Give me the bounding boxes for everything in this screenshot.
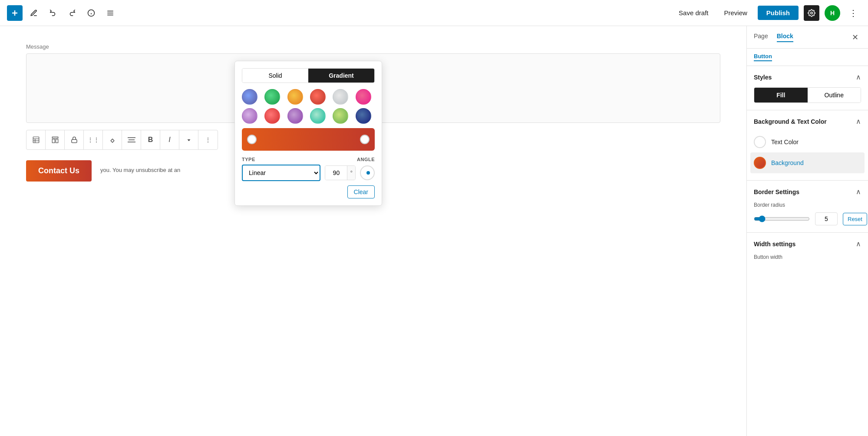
- breadcrumb-button[interactable]: Button: [754, 53, 772, 61]
- solid-tab[interactable]: Solid: [242, 69, 308, 83]
- align-icon[interactable]: [122, 130, 141, 149]
- background-color-row: Background: [750, 152, 865, 173]
- angle-input[interactable]: [325, 166, 347, 180]
- message-label: Message: [26, 43, 720, 50]
- border-settings-section: Border Settings ∧ Border radius Reset: [747, 181, 868, 233]
- layout-icon[interactable]: [46, 130, 65, 149]
- border-settings-header[interactable]: Border Settings ∧: [754, 188, 861, 196]
- move-icon[interactable]: [103, 130, 122, 149]
- swatch-deep-purple[interactable]: [287, 108, 303, 124]
- swatch-pink[interactable]: [356, 89, 371, 105]
- add-block-button[interactable]: [7, 5, 23, 21]
- tab-block[interactable]: Block: [777, 33, 793, 42]
- swatch-purple-blue[interactable]: [242, 89, 257, 105]
- border-radius-input[interactable]: [815, 212, 838, 225]
- editor-area: Message ⋮⋮ B I ⋮: [0, 26, 746, 436]
- picker-tabs: Solid Gradient: [242, 68, 375, 83]
- angle-label: ANGLE: [357, 157, 375, 162]
- angle-circle-button[interactable]: [360, 165, 375, 180]
- styles-chevron-icon: ∧: [856, 73, 861, 81]
- swatch-green[interactable]: [264, 89, 280, 105]
- more-options-button[interactable]: ⋮: [845, 5, 861, 21]
- button-width-label: Button width: [754, 254, 861, 260]
- width-settings-section: Width settings ∧ Button width: [747, 233, 868, 271]
- styles-title: Styles: [754, 74, 772, 81]
- styles-section: Styles ∧ Fill Outline: [747, 66, 868, 110]
- width-settings-header[interactable]: Width settings ∧: [754, 240, 861, 248]
- user-avatar[interactable]: H: [825, 5, 840, 21]
- more-text-button[interactable]: [179, 130, 198, 149]
- bold-button[interactable]: B: [141, 130, 160, 149]
- type-label: TYPE: [242, 157, 255, 162]
- list-view-button[interactable]: [102, 5, 118, 21]
- sidebar-breadcrumb: Button: [747, 49, 868, 66]
- topbar-right: Save draft Preview Publish H ⋮: [673, 5, 861, 21]
- redo-button[interactable]: [64, 5, 80, 21]
- info-button[interactable]: [83, 5, 99, 21]
- block-toolbar: ⋮⋮ B I ⋮: [26, 130, 218, 150]
- svg-rect-9: [33, 137, 39, 143]
- settings-button[interactable]: [804, 5, 819, 21]
- swatch-light-purple[interactable]: [242, 108, 257, 124]
- bg-text-color-section: Background & Text Color ∧ Text Color Bac…: [747, 110, 868, 181]
- width-settings-chevron-icon: ∧: [856, 240, 861, 248]
- toolbar-more-button[interactable]: ⋮: [198, 130, 218, 149]
- svg-rect-13: [52, 137, 58, 138]
- picker-controls: Linear °: [242, 165, 375, 181]
- text-color-row: Text Color: [754, 132, 861, 152]
- border-radius-slider[interactable]: [754, 215, 810, 222]
- gradient-handle-right[interactable]: [360, 135, 370, 144]
- swatch-red[interactable]: [310, 89, 326, 105]
- gradient-tab[interactable]: Gradient: [308, 69, 374, 83]
- bg-text-color-header[interactable]: Background & Text Color ∧: [754, 117, 861, 126]
- main-layout: Message ⋮⋮ B I ⋮: [0, 26, 868, 436]
- sidebar-tabs: Page Block ✕: [747, 26, 868, 49]
- picker-footer: Clear: [242, 185, 375, 198]
- gradient-picker-popup: Solid Gradient: [234, 61, 382, 206]
- svg-point-8: [811, 12, 813, 14]
- swatch-light-green[interactable]: [333, 108, 348, 124]
- text-color-swatch[interactable]: [754, 136, 766, 148]
- swatch-mint[interactable]: [310, 108, 326, 124]
- pen-tool-button[interactable]: [26, 5, 42, 21]
- outline-style-button[interactable]: Outline: [808, 88, 861, 102]
- lock-icon[interactable]: [65, 130, 84, 149]
- unsubscribe-text: you. You may unsubscribe at an: [100, 167, 180, 173]
- swatch-orange[interactable]: [287, 89, 303, 105]
- italic-button[interactable]: I: [160, 130, 179, 149]
- background-color-swatch[interactable]: [754, 157, 766, 169]
- width-settings-title: Width settings: [754, 241, 795, 248]
- bg-text-color-title: Background & Text Color: [754, 118, 827, 125]
- background-color-label[interactable]: Background: [771, 159, 804, 166]
- swatch-light-gray[interactable]: [333, 89, 348, 105]
- color-swatches: [242, 89, 375, 124]
- svg-rect-14: [52, 139, 55, 143]
- angle-input-wrap: °: [325, 165, 356, 180]
- contact-us-button[interactable]: Contact Us: [26, 160, 92, 182]
- swatch-dark-blue[interactable]: [356, 108, 371, 124]
- gradient-preview-bar[interactable]: [242, 128, 375, 151]
- styles-section-header[interactable]: Styles ∧: [754, 73, 861, 81]
- table-icon[interactable]: [26, 130, 46, 149]
- svg-rect-15: [56, 139, 58, 143]
- swatch-bright-red[interactable]: [264, 108, 280, 124]
- fill-style-button[interactable]: Fill: [754, 88, 808, 102]
- gradient-type-select[interactable]: Linear: [242, 165, 320, 181]
- undo-button[interactable]: [45, 5, 61, 21]
- close-sidebar-button[interactable]: ✕: [849, 31, 861, 43]
- svg-rect-16: [72, 139, 77, 142]
- border-settings-title: Border Settings: [754, 188, 799, 195]
- drag-handle-icon[interactable]: ⋮⋮: [84, 130, 103, 149]
- preview-button[interactable]: Preview: [719, 7, 752, 19]
- reset-border-button[interactable]: Reset: [843, 213, 867, 225]
- tab-page[interactable]: Page: [754, 33, 768, 42]
- border-radius-label: Border radius: [754, 202, 861, 208]
- save-draft-button[interactable]: Save draft: [673, 7, 713, 19]
- text-color-label[interactable]: Text Color: [771, 139, 799, 145]
- style-buttons-group: Fill Outline: [754, 87, 861, 103]
- clear-button[interactable]: Clear: [347, 185, 375, 198]
- gradient-handle-left[interactable]: [247, 135, 257, 144]
- publish-button[interactable]: Publish: [758, 6, 799, 20]
- border-radius-row: Reset: [754, 212, 861, 225]
- right-sidebar: Page Block ✕ Button Styles ∧ Fill Outlin…: [746, 26, 868, 436]
